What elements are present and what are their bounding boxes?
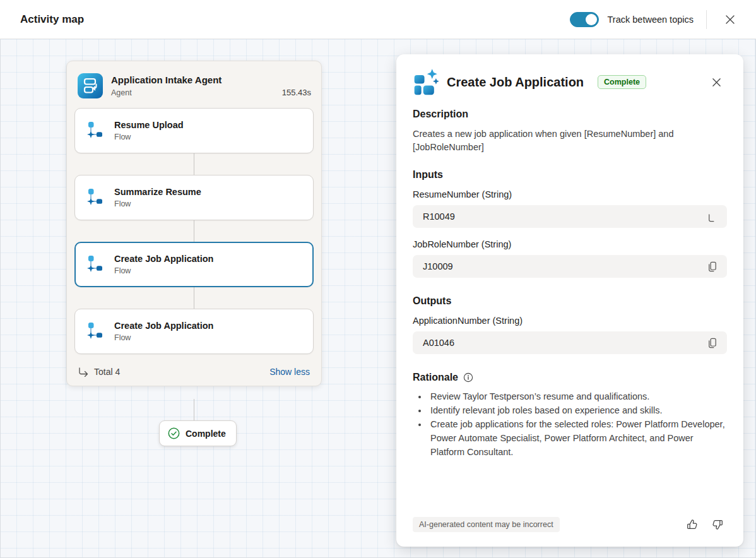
rationale-list: Review Taylor Testperson’s resume and qu… [418,389,727,459]
input-value: R10049 [423,211,455,222]
outputs-heading: Outputs [413,295,727,307]
activity-map-canvas[interactable]: Application Intake Agent Agent 155.43s [0,39,756,558]
flow-icon [85,321,105,342]
node-title: Summarize Resume [114,187,201,197]
input-value-box: J10009 [413,255,727,278]
return-arrow-icon [78,367,89,377]
close-icon [724,14,736,25]
description-heading: Description [413,109,727,120]
dialog-close-button[interactable] [719,9,741,30]
node-title: Create Job Application [114,254,213,264]
connector-line [194,399,194,422]
inputs-heading: Inputs [413,169,727,181]
info-icon[interactable] [463,372,473,383]
output-field-label: ApplicationNumber (String) [413,316,727,326]
activity-map-dialog: Activity map Track between topics [0,0,756,558]
ai-disclaimer-badge: AI-generated content may be incorrect [413,517,560,532]
node-title: Create Job Application [114,321,213,331]
input-value-box: R10049 [413,205,727,228]
panel-title: Create Job Application [447,75,584,90]
close-icon [711,77,722,88]
input-value: J10009 [423,261,453,271]
agent-duration: 155.43s [282,88,311,97]
page-title: Activity map [20,13,84,26]
action-sparkle-icon [413,68,439,96]
copy-icon [706,261,718,273]
panel-close-button[interactable] [706,71,727,93]
flow-node-summarize-resume[interactable]: Summarize Resume Flow [74,175,314,220]
panel-footer: AI-generated content may be incorrect [413,515,727,534]
node-type: Flow [114,333,213,342]
agent-subtitle: Agent [111,88,132,97]
thumbs-down-button[interactable] [708,515,727,534]
node-details-panel: Create Job Application Complete Descript… [396,54,743,547]
copy-button[interactable] [703,258,721,275]
thumbs-down-icon [711,518,724,531]
agent-title: Application Intake Agent [111,74,311,85]
output-value: A01046 [423,338,454,348]
output-value-box: A01046 [413,331,727,354]
node-type: Flow [114,199,201,208]
rationale-heading: Rationale [413,372,727,383]
copy-button[interactable] [703,334,721,352]
copy-button[interactable] [703,208,721,225]
connector-line [194,153,194,175]
agent-icon [77,73,103,99]
check-circle-icon [167,427,180,440]
dialog-header: Activity map Track between topics [0,0,756,39]
description-text: Creates a new job application when given… [413,128,727,154]
rationale-bullet: Create job applications for the selected… [428,417,727,459]
show-less-link[interactable]: Show less [269,367,310,377]
status-pill-label: Complete [186,429,226,439]
copy-icon [706,337,718,349]
divider [706,10,707,29]
copy-icon [706,211,718,223]
total-count: Total 4 [78,367,120,377]
toggle-label: Track between topics [608,15,694,25]
flow-icon [85,254,105,275]
rationale-bullet: Review Taylor Testperson’s resume and qu… [428,389,727,403]
toggle-knob [586,14,597,25]
panel-header: Create Job Application Complete [413,68,727,96]
input-field-label: JobRoleNumber (String) [413,239,727,249]
flow-icon [85,187,105,208]
complete-status-node[interactable]: Complete [159,420,237,446]
status-badge: Complete [598,75,646,89]
node-title: Resume Upload [114,120,184,130]
rationale-bullet: Identify relevant job roles based on exp… [428,403,727,417]
thumbs-up-button[interactable] [683,515,702,534]
input-field-label: ResumeNumber (String) [413,189,727,199]
flow-node-create-job-application-2[interactable]: Create Job Application Flow [74,309,314,354]
agent-group-card: Application Intake Agent Agent 155.43s [66,61,322,386]
connector-line [194,220,194,242]
node-type: Flow [114,133,184,141]
flow-icon [85,120,105,141]
thumbs-up-icon [686,518,699,531]
node-type: Flow [114,266,213,275]
track-between-topics-toggle[interactable] [570,12,599,27]
connector-line [194,287,194,309]
flow-node-resume-upload[interactable]: Resume Upload Flow [74,108,314,153]
flow-node-create-job-application-selected[interactable]: Create Job Application Flow [74,242,314,287]
group-footer: Total 4 Show less [74,362,314,377]
agent-node[interactable]: Application Intake Agent Agent 155.43s [74,69,314,108]
